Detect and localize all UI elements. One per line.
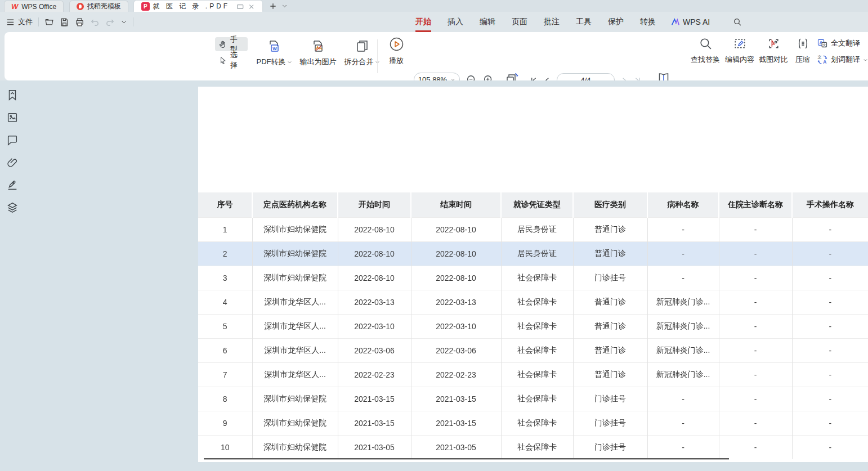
signature-icon[interactable] [6,179,19,191]
table-cell: 深圳市妇幼保健院 [252,241,338,266]
table-row: 7深圳市龙华区人...2022-02-232022-02-23社会保障卡普通门诊… [198,362,868,387]
undo-icon[interactable] [90,17,100,27]
screenshot-compare-button[interactable]: 截图对比 [758,37,789,65]
quickbar-chevron-icon[interactable] [120,19,127,25]
edit-content-icon [733,37,747,51]
save-icon[interactable] [60,17,69,27]
table-cell: 居民身份证 [501,217,573,241]
file-menu-button[interactable]: 文件 [6,17,33,27]
menu-item[interactable]: 页面 [512,17,527,27]
table-cell: 2021-03-15 [338,411,411,435]
divider [377,39,378,73]
table-cell: - [792,387,868,411]
print-icon[interactable] [75,17,84,27]
wps-ai-button[interactable]: WPS AI [671,17,710,26]
layers-icon[interactable] [6,201,19,214]
table-cell: 门诊挂号 [573,411,647,435]
full-text-translate-icon: A 文 [817,38,828,49]
global-search-icon[interactable] [733,17,742,26]
menu-item[interactable]: 插入 [448,17,463,27]
select-tool-button[interactable]: 选择 [215,53,248,67]
table-cell: - [719,266,792,290]
play-button[interactable]: 播放 [383,37,410,66]
table-row: 1深圳市妇幼保健院2022-08-102022-08-10居民身份证普通门诊--… [198,217,868,241]
column-header: 开始时间 [338,192,411,217]
compress-button[interactable]: 压缩 [790,37,815,65]
table-cell: 社会保障卡 [501,362,573,387]
table-cell: 2022-08-10 [338,266,411,290]
menu-right: WPS AI [668,12,742,32]
export-image-label: 输出为图片 [300,57,337,67]
tab-wps-home[interactable]: W WPS Office [4,1,64,12]
menu-row: 文件 开始插入编辑页面批注工具保护转换 WPS AI [0,12,868,32]
table-cell: 深圳市妇幼保健院 [252,387,338,411]
search-icon [699,37,713,51]
hamburger-icon [6,17,15,27]
open-folder-icon[interactable] [44,17,54,27]
tab-list-chevron-icon[interactable] [281,3,288,9]
table-cell: 新冠肺炎门诊... [647,314,719,338]
table-cell: 门诊挂号 [573,266,647,290]
bookmark-icon[interactable] [6,89,19,101]
edit-content-button[interactable]: 编辑内容 [724,37,755,65]
export-as-image-button[interactable]: 输出为图片 [296,37,340,67]
attachment-icon[interactable] [6,156,19,169]
column-header: 定点医药机构名称 [252,192,338,217]
table-cell: 1 [198,217,252,241]
thumbnail-icon[interactable] [6,111,19,124]
redo-icon[interactable] [105,17,115,27]
table-cell: 2021-03-15 [411,411,501,435]
wps-logo-icon: W [11,3,18,10]
menu-item[interactable]: 批注 [544,17,560,27]
table-cell: 社会保障卡 [501,411,573,435]
pdf-convert-button[interactable]: W PDF转换 [252,37,296,67]
table-cell: - [647,266,719,290]
table-cell: - [647,217,719,241]
full-text-translate-button[interactable]: A 文 全文翻译 [817,38,868,49]
table-cell: 5 [198,314,252,338]
screenshot-compare-icon [767,37,781,51]
table-cell: - [792,290,868,314]
table-cell: 深圳市龙华区人... [252,338,338,362]
table-cell: - [647,241,719,266]
select-tool-label: 选择 [230,50,244,70]
table-row: 2深圳市妇幼保健院2022-08-102022-08-10居民身份证普通门诊--… [198,241,868,266]
table-cell: 2021-03-15 [338,387,411,411]
find-replace-button[interactable]: 查找替换 [690,37,721,65]
tab-docer-templates[interactable]: 找稻壳模板 [69,1,128,12]
tab-document-pdf[interactable]: P 就 医 记 录 .PDF [134,1,262,12]
menu-item[interactable]: 转换 [640,17,656,27]
divider [38,17,39,26]
table-cell: 社会保障卡 [501,290,573,314]
table-cell: 深圳市龙华区人... [252,314,338,338]
table-cell: 2022-08-10 [411,217,501,241]
menu-item[interactable]: 开始 [415,17,431,27]
column-header: 就诊凭证类型 [501,192,573,217]
hand-tool-button[interactable]: 手型 [215,37,248,51]
translate-group: A 文 全文翻译 文 A 划词翻译 [817,38,868,65]
screen-share-icon[interactable] [236,3,244,11]
comment-icon[interactable] [6,134,19,146]
table-cell: 社会保障卡 [501,387,573,411]
tab-label: WPS Office [21,3,56,11]
split-merge-icon [355,39,369,53]
svg-text:A: A [823,59,826,65]
close-tab-icon[interactable] [248,3,255,11]
docer-logo-icon [77,3,84,10]
chevron-down-icon [863,57,868,62]
table-cell: 2022-03-10 [338,314,411,338]
table-row: 10深圳市妇幼保健院2021-03-052021-03-05社会保障卡门诊挂号-… [198,435,868,459]
table-cell: 新冠肺炎门诊... [647,362,719,387]
table-cell: 门诊挂号 [573,387,647,411]
chevron-down-icon [287,60,292,65]
word-translate-button[interactable]: 文 A 划词翻译 [817,54,868,65]
menu-item[interactable]: 编辑 [480,17,495,27]
column-header: 医疗类别 [573,192,647,217]
menu-item[interactable]: 保护 [608,17,624,27]
new-tab-icon[interactable] [269,2,277,10]
menu-item[interactable]: 工具 [576,17,592,27]
table-cell: 新冠肺炎门诊... [647,338,719,362]
table-cell: 4 [198,290,252,314]
ribbon-toolbar: 手型 选择 W PDF转换 [5,32,868,80]
hand-icon [218,40,227,49]
